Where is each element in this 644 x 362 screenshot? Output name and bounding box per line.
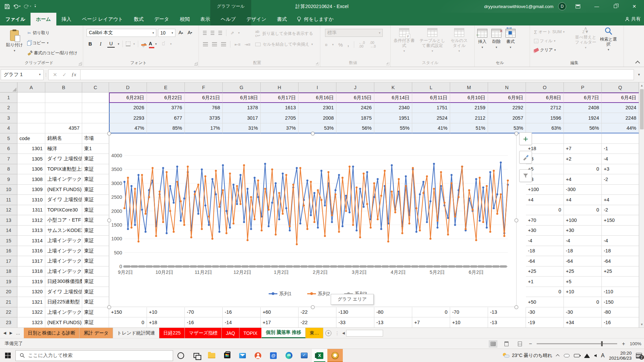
people-app-button[interactable] [250,349,266,362]
cell-G3[interactable]: 3017 [223,113,261,123]
cell-D3[interactable]: 2293 [109,113,147,123]
cell-L3[interactable]: 2524 [412,113,450,123]
redo-button[interactable]: ▾ [24,4,31,9]
chart-elements-button[interactable]: + [519,132,532,145]
start-button[interactable] [0,349,15,362]
cell-N3[interactable]: 2057 [488,113,526,123]
tab-校閲[interactable]: 校閲 [174,13,195,25]
cell-D2[interactable]: 2026 [109,103,147,113]
column-header-B[interactable]: B [45,82,82,93]
cell-P10[interactable]: -300 [564,185,602,195]
cell-B6[interactable]: 極洋 [45,144,82,154]
undo-button[interactable]: ▾ [13,4,20,9]
cell-F22[interactable]: -70 [185,307,223,318]
tab-表示[interactable]: 表示 [195,13,215,25]
cell-O4[interactable]: 63% [526,123,564,134]
cell-B4[interactable]: 4357 [45,123,82,134]
cell-J22[interactable]: -130 [336,307,374,318]
cell-A19[interactable]: 1319 [17,277,45,287]
cell-Q21[interactable]: -150 [602,297,639,307]
cell-K1[interactable]: 6月14日 [374,93,412,103]
cell-P9[interactable]: +4 [564,174,602,185]
cell-Q2[interactable]: 2024 [602,103,639,113]
cell-M4[interactable]: 51% [450,123,488,134]
row-header-9[interactable]: 9 [0,174,17,185]
cell-Q9[interactable]: -2 [602,174,639,185]
merge-center-button[interactable]: セルを結合して中央揃え▾ [255,42,313,47]
cell-A17[interactable]: 1317 [17,256,45,266]
page-break-view-button[interactable] [516,340,524,348]
cell-M22[interactable]: -70 [450,307,488,318]
row-header-8[interactable]: 8 [0,164,17,175]
find-select-button[interactable]: 検索と選択▾ [599,27,618,51]
cell-L1[interactable]: 6月11日 [412,93,450,103]
tab-ページ レイアウト[interactable]: ページ レイアウト [77,13,128,25]
cell-O11[interactable]: +4 [526,195,564,205]
currency-icon[interactable]: ¤ [325,42,327,47]
row-header-23[interactable]: 23 [0,317,17,327]
column-header-Q[interactable]: Q [602,82,639,93]
percent-icon[interactable]: % [338,42,343,48]
format-as-table-button[interactable]: テーブルとして書式設定▾ [418,28,446,53]
chart-selection-handle[interactable] [515,219,518,222]
decrease-indent-icon[interactable]: ⇤≡ [234,42,240,47]
cell-A16[interactable]: 1316 [17,246,45,256]
column-header-O[interactable]: O [526,82,564,93]
align-top-icon[interactable] [203,31,207,35]
bold-button[interactable]: B [87,40,94,48]
cell-B20[interactable]: ダイワ 上場投信 [45,287,82,297]
column-header-J[interactable]: J [336,82,374,93]
cell-E3[interactable]: 677 [147,113,185,123]
cell-C22[interactable]: 東証 [82,307,109,318]
cell-I22[interactable]: -22 [299,307,336,318]
cell-C8[interactable]: 東証 [82,164,109,175]
cell-J3[interactable]: 1875 [336,113,374,123]
cell-H4[interactable]: 37% [261,123,299,134]
zoom-level[interactable]: 100% [630,341,641,346]
chart-area[interactable]: 050010001500200025003000350040009月2日10月2… [109,133,517,307]
select-all-corner[interactable] [0,82,17,93]
alignment-dialog-launcher[interactable] [316,62,319,65]
cell-N2[interactable]: 2292 [488,103,526,113]
more-sheets-button[interactable]: … [16,330,20,336]
cell-E22[interactable]: +10 [147,307,185,318]
cell-B19[interactable]: 日経300株価指数 [45,277,82,287]
column-header-L[interactable]: L [412,82,450,93]
row-header-22[interactable]: 22 [0,307,17,318]
tab-書式[interactable]: 書式 [272,13,292,25]
number-dialog-launcher[interactable] [386,62,389,65]
sort-filter-button[interactable]: AZ▼ 並べ替えとフィルター▾ [573,27,598,49]
cell-A18[interactable]: 1318 [17,266,45,277]
autosum-button[interactable]: Σオート SUM▾ [534,28,565,36]
zoom-out-button[interactable]: − [529,341,532,347]
phonetic-button[interactable]: ふ́ [160,40,167,48]
chart-selection-handle[interactable] [515,132,518,135]
cell-N1[interactable]: 6月9日 [488,93,526,103]
cell-Q3[interactable]: 2248 [602,113,639,123]
cell-B22[interactable]: 上場インデックスフ [45,307,82,318]
namebox-divider[interactable]: ⋮ [44,72,48,77]
tab-ホーム[interactable]: ホーム [31,13,56,25]
normal-view-button[interactable] [489,340,497,348]
row-header-13[interactable]: 13 [0,215,17,226]
cell-P6[interactable]: +7 [564,144,602,154]
cell-C5[interactable]: 市場 [82,133,109,144]
chart-filters-button[interactable] [519,169,532,182]
cell-P1[interactable]: 6月7日 [564,93,602,103]
column-header-I[interactable]: I [299,82,336,93]
zoom-in-button[interactable]: + [622,341,625,347]
sheet-tab-3[interactable]: トレンド統計関連 [113,328,159,338]
sheet-tab-5[interactable]: マザーズ指標 [185,328,222,338]
tell-me-search[interactable]: 何をしますか [292,13,338,25]
chart-selection-handle[interactable] [311,132,315,135]
cell-A10[interactable]: 1309 [17,185,45,195]
cell-P20[interactable]: +10 [564,287,602,297]
underline-dropdown[interactable]: ▾ [118,43,119,46]
file-explorer-button[interactable] [204,349,219,362]
conditional-formatting-button[interactable]: ≠ 条件付き書式▾ [393,28,415,53]
cell-N22[interactable]: -13 [488,307,526,318]
cell-M23[interactable]: +10 [450,317,488,327]
font-color-button[interactable]: A [149,42,152,46]
cell-C6[interactable]: 東1 [82,144,109,154]
store-button[interactable] [219,349,235,362]
